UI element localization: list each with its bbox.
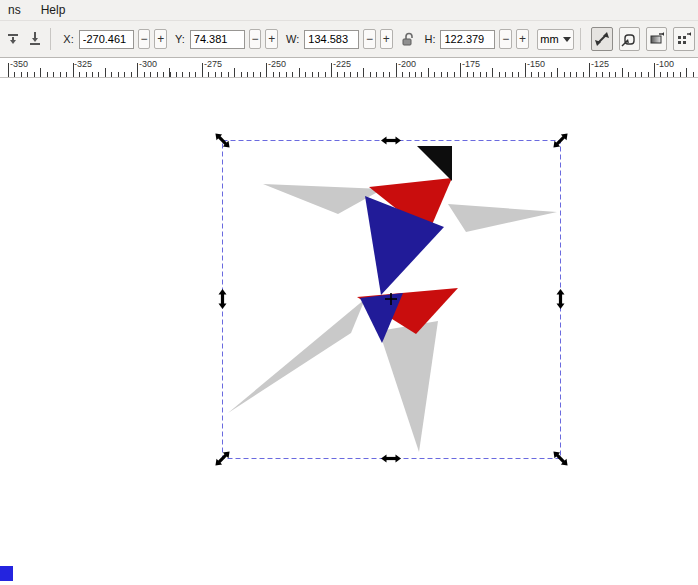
scale-corners-toggle[interactable]	[619, 27, 640, 51]
w-field-label: W:	[286, 33, 299, 45]
w-increment-button[interactable]: +	[380, 29, 393, 49]
lock-open-icon	[401, 32, 415, 47]
selection-handle-middle-left[interactable]	[219, 289, 227, 309]
runner-right-leg	[379, 321, 438, 452]
y-decrement-button[interactable]: −	[249, 29, 262, 49]
ruler-label: -200	[398, 59, 416, 69]
x-field-label: X:	[63, 33, 73, 45]
move-gradients-toggle[interactable]	[646, 27, 667, 51]
horizontal-ruler[interactable]: -350 -325 -300 -275 -250 -225 -200 -175 …	[0, 58, 698, 78]
units-value: mm	[540, 33, 558, 45]
move-gradients-icon	[649, 31, 665, 47]
ruler-label: -150	[527, 59, 545, 69]
units-dropdown[interactable]: mm	[537, 29, 574, 50]
ruler-label: -225	[333, 59, 351, 69]
move-patterns-toggle[interactable]	[673, 27, 694, 51]
selection-handle-top-center[interactable]	[381, 137, 401, 145]
ruler-label: -350	[10, 59, 28, 69]
selection-handle-middle-right[interactable]	[557, 289, 565, 309]
canvas[interactable]	[0, 78, 698, 585]
y-field-label: Y:	[175, 33, 185, 45]
runner-right-arm	[448, 204, 557, 232]
w-decrement-button[interactable]: −	[363, 29, 376, 49]
h-field-label: H:	[424, 33, 435, 45]
menu-item-help[interactable]: Help	[39, 2, 68, 18]
h-field-input[interactable]	[440, 30, 495, 49]
selection-toolbar: X: − + Y: − + W: − + H: − + mm	[0, 21, 698, 58]
x-field-input[interactable]	[79, 30, 134, 49]
ruler-label: -175	[462, 59, 480, 69]
ruler-label: -275	[204, 59, 222, 69]
scale-stroke-icon	[594, 31, 610, 47]
toolbar-separator	[50, 28, 51, 50]
y-field-input[interactable]	[190, 30, 245, 49]
selection-handle-bottom-center[interactable]	[381, 455, 401, 463]
ruler-label: -100	[656, 59, 674, 69]
h-decrement-button[interactable]: −	[499, 29, 512, 49]
ruler-label: -125	[591, 59, 609, 69]
scale-corners-icon	[621, 31, 637, 47]
ruler-label: -300	[139, 59, 157, 69]
inkscape-window: ns Help X: − + Y: − +	[0, 0, 698, 585]
x-increment-button[interactable]: +	[154, 29, 167, 49]
ruler-label: -325	[74, 59, 92, 69]
ruler-label: -250	[268, 59, 286, 69]
y-increment-button[interactable]: +	[265, 29, 278, 49]
lower-to-bottom-button[interactable]	[25, 28, 45, 50]
lock-ratio-button[interactable]	[399, 28, 417, 50]
scale-stroke-toggle[interactable]	[591, 27, 612, 51]
lower-one-step-button[interactable]	[3, 28, 23, 50]
lower-to-bottom-icon	[27, 31, 43, 47]
fill-color-swatch[interactable]	[0, 566, 13, 581]
dropdown-caret-icon	[563, 37, 571, 42]
runner-left-arm	[263, 184, 383, 214]
w-field-input[interactable]	[304, 30, 359, 49]
runner-head	[417, 146, 452, 181]
toolbar-separator	[580, 28, 581, 50]
runner-left-leg	[228, 299, 365, 413]
menu-bar: ns Help	[0, 0, 698, 21]
move-patterns-icon	[676, 31, 692, 47]
menu-item-extensions[interactable]: ns	[6, 2, 23, 18]
lower-one-step-icon	[5, 31, 21, 47]
h-increment-button[interactable]: +	[516, 29, 529, 49]
x-decrement-button[interactable]: −	[138, 29, 151, 49]
